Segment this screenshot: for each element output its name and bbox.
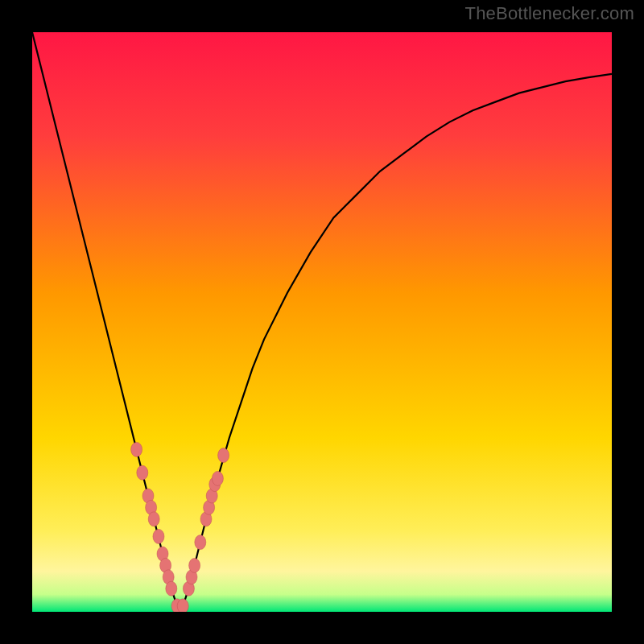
data-marker [137, 465, 148, 480]
watermark-text: TheBottlenecker.com [465, 3, 634, 24]
chart-frame: TheBottlenecker.com [0, 0, 644, 644]
data-marker [148, 512, 159, 526]
data-marker [166, 581, 177, 596]
data-marker [131, 442, 142, 456]
chart-svg [32, 32, 612, 612]
data-marker [189, 558, 200, 572]
data-marker [218, 448, 229, 463]
gradient-background [32, 32, 612, 612]
data-marker [177, 599, 188, 612]
plot-area [32, 32, 612, 612]
data-marker [212, 471, 223, 485]
data-marker [195, 535, 206, 550]
data-marker [153, 529, 164, 543]
